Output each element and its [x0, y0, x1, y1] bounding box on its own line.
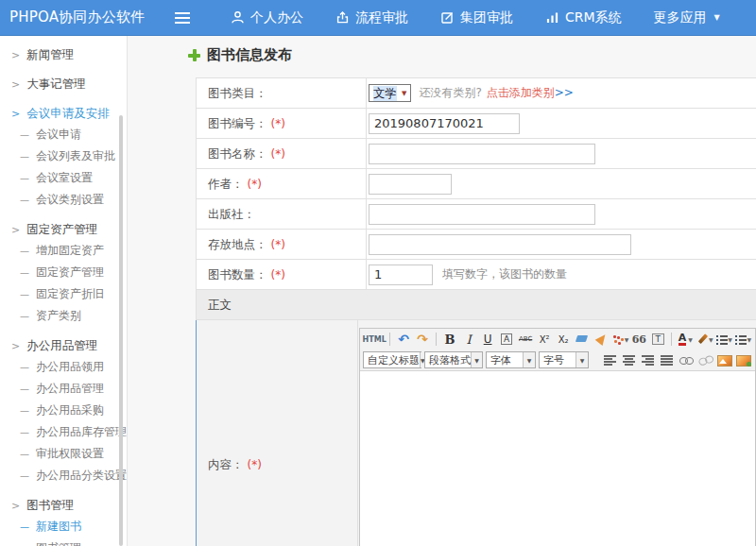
sidebar-item[interactable]: >固定资产管理 [0, 218, 127, 240]
bold-icon[interactable]: B [441, 331, 458, 348]
redo-icon[interactable]: ↷ [414, 331, 431, 348]
font-size-select[interactable]: 字号▼ [539, 351, 589, 368]
dash-icon: — [20, 129, 29, 140]
dash-icon: — [20, 151, 29, 162]
highlight-pen-icon[interactable]: ▼ [696, 331, 713, 348]
align-right-icon[interactable] [640, 351, 657, 368]
paste-text-icon[interactable]: T [649, 331, 666, 348]
nav-crm-system[interactable]: CRM系统 [529, 0, 638, 36]
unordered-list-icon[interactable]: ▼ [734, 331, 751, 348]
italic-icon[interactable]: I [460, 331, 477, 348]
sidebar-item[interactable]: >大事记管理 [0, 73, 127, 94]
align-justify-icon[interactable] [659, 351, 676, 368]
sidebar-item[interactable]: —会议申请 [0, 124, 127, 145]
dash-icon: — [20, 384, 29, 394]
book-number-input[interactable] [369, 113, 520, 134]
editor-toolbar-row1: HTML↶↷BIUAABCX²X₂▼66TA▼▼▼▼ [360, 329, 755, 350]
chevron-right-icon: > [11, 340, 20, 352]
book-name-row: 图书名称：(*) [196, 139, 756, 169]
sidebar-item[interactable]: —办公用品领用 [0, 356, 127, 378]
multi-image-icon[interactable] [734, 351, 751, 368]
top-nav: 个人办公流程审批集团审批CRM系统更多应用▼ [215, 0, 736, 36]
book-number-row: 图书编号：(*) [196, 109, 756, 139]
category-select[interactable]: 文学 ▼ [369, 84, 411, 102]
dash-icon: — [20, 195, 29, 205]
quantity-input[interactable] [369, 264, 433, 285]
nav-more-apps[interactable]: 更多应用▼ [638, 0, 736, 36]
sidebar-item[interactable]: >会议申请及安排 [0, 102, 127, 124]
superscript-icon[interactable]: X² [536, 331, 553, 348]
publisher-row: 出版社： [196, 199, 756, 230]
chevron-right-icon: > [11, 108, 20, 120]
html-source-icon[interactable]: HTML [364, 331, 385, 348]
align-left-icon[interactable] [602, 351, 619, 368]
sidebar-item[interactable]: —办公用品库存管理 [0, 421, 127, 443]
dash-icon: — [20, 449, 29, 459]
chevron-right-icon: > [11, 500, 20, 512]
toolbar-separator [389, 333, 390, 346]
font-box-icon[interactable]: A [498, 331, 515, 348]
nav-process-approval[interactable]: 流程审批 [319, 0, 424, 36]
field-label: 作者：(*) [197, 169, 367, 198]
nav-group-approval[interactable]: 集团审批 [424, 0, 529, 36]
sidebar-item[interactable]: —办公用品分类设置 [0, 465, 127, 486]
sidebar-item[interactable]: —图书管理 [0, 537, 127, 546]
caret-down-icon: ▼ [714, 13, 720, 22]
dash-icon: — [20, 521, 29, 532]
flow-up-icon [335, 10, 355, 25]
editor-toolbar-row2: 自定义标题▼段落格式▼字体▼字号▼ [360, 350, 755, 370]
sidebar-item[interactable]: —固定资产管理 [0, 262, 127, 283]
chevron-right-icon: > [11, 49, 20, 61]
link-icon[interactable] [678, 351, 695, 368]
author-input[interactable] [369, 174, 452, 195]
dash-icon: — [20, 267, 29, 278]
dash-icon: — [20, 311, 29, 321]
paragraph-select[interactable]: 段落格式▼ [424, 351, 483, 368]
sidebar-item[interactable]: —办公用品采购 [0, 400, 127, 421]
sidebar-item[interactable]: >图书管理 [0, 494, 127, 516]
nav-personal-office[interactable]: 个人办公 [215, 0, 319, 36]
quick-format-broom-icon[interactable] [593, 331, 610, 348]
app-logo[interactable]: PHPOA协同办公软件 [9, 9, 165, 26]
sidebar-item[interactable]: —新建图书 [0, 516, 127, 537]
sidebar-item[interactable]: >新闻管理 [0, 43, 127, 65]
blockquote-icon[interactable]: 66 [630, 331, 647, 348]
sidebar-item[interactable]: —资产类别 [0, 305, 127, 327]
sidebar-item[interactable]: —审批权限设置 [0, 443, 127, 465]
topbar: PHPOA协同办公软件 个人办公流程审批集团审批CRM系统更多应用▼ [0, 0, 756, 36]
format-brush-icon[interactable]: ▼ [611, 331, 628, 348]
unlink-icon[interactable] [696, 351, 713, 368]
book-name-input[interactable] [369, 144, 595, 164]
subscript-icon[interactable]: X₂ [555, 331, 572, 348]
undo-icon[interactable]: ↶ [395, 331, 412, 348]
location-row: 存放地点：(*) [196, 230, 756, 260]
sidebar-item[interactable]: >办公用品管理 [0, 334, 127, 356]
ordered-list-icon[interactable]: ▼ [715, 331, 732, 348]
category-row: 图书类目： 文学 ▼ 还没有类别? 点击添加类别>> [196, 78, 756, 109]
sidebar-item[interactable]: —固定资产折旧 [0, 283, 127, 305]
toolbar-separator [671, 333, 672, 346]
font-family-select[interactable]: 字体▼ [486, 351, 536, 368]
font-color-icon[interactable]: A▼ [677, 331, 694, 348]
image-icon[interactable] [715, 351, 732, 368]
editor-content-area[interactable] [360, 370, 755, 546]
caret-down-icon: ▼ [523, 352, 535, 367]
page-title: 图书信息发布 [207, 46, 292, 64]
sidebar-item[interactable]: —会议室设置 [0, 167, 127, 189]
sidebar-scrollbar-thumb[interactable] [119, 115, 123, 546]
sidebar-item[interactable]: —办公用品管理 [0, 378, 127, 400]
menu-toggle-icon[interactable] [175, 12, 190, 24]
publisher-input[interactable] [369, 204, 595, 225]
person-icon [231, 10, 250, 25]
strikethrough-icon[interactable]: ABC [517, 331, 534, 348]
remove-format-eraser-icon[interactable] [574, 331, 591, 348]
location-input[interactable] [369, 234, 631, 255]
field-label: 图书编号：(*) [197, 109, 367, 138]
heading-select[interactable]: 自定义标题▼ [363, 351, 421, 368]
underline-icon[interactable]: U [479, 331, 496, 348]
sidebar-item[interactable]: —会议类别设置 [0, 189, 127, 211]
align-center-icon[interactable] [621, 351, 638, 368]
add-category-link[interactable]: 点击添加类别>> [487, 85, 574, 101]
sidebar-item[interactable]: —会议列表及审批 [0, 145, 127, 167]
sidebar-item[interactable]: —增加固定资产 [0, 240, 127, 262]
